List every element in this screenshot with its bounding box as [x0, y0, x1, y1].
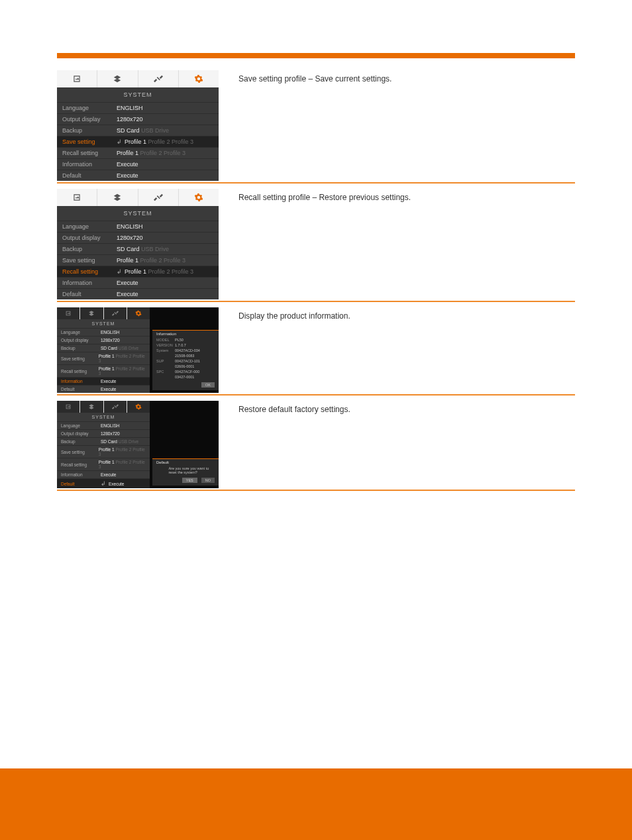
menu-value-option: Profile 3 [170, 138, 194, 145]
menu-row[interactable]: LanguageENGLISH [57, 102, 219, 113]
row-description: Recall setting profile – Restore previou… [219, 189, 575, 299]
menu-tab[interactable] [138, 189, 179, 206]
menu-row[interactable]: Recall setting↲Profile 1 Profile 2 Profi… [57, 266, 219, 277]
layers-tab-icon [113, 74, 122, 83]
menu-tab[interactable] [57, 307, 80, 319]
menu-value-option: Profile 1 [99, 447, 115, 452]
image-tab-icon [72, 74, 81, 83]
menu-row-value: 1280x720 [117, 116, 143, 123]
menu-blocks-list: SYSTEMLanguageENGLISHOutput display1280x… [57, 70, 575, 491]
menu-value-option: Execute [117, 280, 138, 286]
dialog-button[interactable]: YES [182, 478, 197, 483]
menu-row[interactable]: Save settingProfile 1 Profile 2 Profile … [57, 445, 150, 458]
dialog-row: Are you sure you want to reset the syste… [152, 466, 219, 475]
menu-row[interactable]: Save settingProfile 1 Profile 2 Profile … [57, 254, 219, 266]
menu-tab[interactable] [104, 401, 127, 413]
menu-tab[interactable] [127, 401, 150, 413]
menu-row[interactable]: DefaultExecute [57, 288, 219, 299]
menu-tab[interactable] [127, 307, 150, 319]
dialog-row-key [156, 375, 175, 379]
menu-tab[interactable] [97, 70, 138, 87]
menu-tab[interactable] [104, 307, 127, 319]
menu-row-value: Execute [101, 472, 117, 477]
dialog-row: 21508-0083 [152, 353, 219, 358]
menu-row[interactable]: Save setting↲Profile 1 Profile 2 Profile… [57, 136, 219, 147]
live-preview-area: InformationMODELPL50VERSION1.7.0.7System… [150, 307, 219, 393]
menu-row-label: Language [61, 423, 101, 428]
menu-row[interactable]: Recall settingProfile 1 Profile 2 Profil… [57, 364, 150, 377]
menu-row[interactable]: InformationExecute [57, 158, 219, 170]
dialog-row-value: 00427ACD-101 [175, 359, 200, 363]
menu-tab[interactable] [57, 189, 97, 206]
menu-row[interactable]: Default↲Execute [57, 478, 150, 488]
menu-row[interactable]: DefaultExecute [57, 385, 150, 393]
menu-row-label: Default [61, 387, 101, 392]
screenshot-thumb-split: SYSTEMLanguageENGLISHOutput display1280x… [57, 307, 219, 393]
menu-row[interactable]: DefaultExecute [57, 170, 219, 181]
menu-row[interactable]: LanguageENGLISH [57, 421, 150, 429]
menu-row[interactable]: InformationExecute [57, 377, 150, 385]
osd-area: SYSTEMLanguageENGLISHOutput display1280x… [57, 307, 150, 393]
menu-tab[interactable] [138, 70, 179, 87]
menu-row-value: Profile 1 Profile 2 Profile 3 [117, 257, 185, 264]
menu-tab[interactable] [80, 401, 103, 413]
menu-row[interactable]: Output display1280x720 [57, 336, 150, 344]
osd-panel: SYSTEMLanguageENGLISHOutput display1280x… [57, 401, 150, 488]
menu-row-label: Default [62, 291, 117, 297]
dialog-row-key: SPC [156, 370, 175, 374]
menu-row[interactable]: LanguageENGLISH [57, 328, 150, 336]
osd-panel: SYSTEMLanguageENGLISHOutput display1280x… [57, 307, 150, 393]
menu-row-label: Backup [62, 127, 117, 134]
menu-row[interactable]: Recall settingProfile 1 Profile 2 Profil… [57, 458, 150, 470]
menu-row[interactable]: Recall settingProfile 1 Profile 2 Profil… [57, 147, 219, 158]
menu-value-option: Profile 3 [162, 257, 186, 264]
menu-tab[interactable] [57, 70, 97, 87]
menu-row-value: Profile 1 Profile 2 Profile 3 [99, 354, 146, 363]
menu-value-option: Profile 2 [138, 257, 162, 264]
menu-value-option: Execute [117, 291, 138, 297]
menu-row-label: Default [61, 482, 101, 486]
menu-row[interactable]: Save settingProfile 1 Profile 2 Profile … [57, 352, 150, 364]
menu-row[interactable]: Output display1280x720 [57, 113, 219, 125]
menu-value-option: Profile 1 [117, 150, 138, 156]
enter-arrow-icon: ↲ [117, 268, 122, 275]
menu-row[interactable]: Output display1280x720 [57, 429, 150, 437]
menu-row-value: ENGLISH [117, 105, 143, 111]
menu-row[interactable]: BackupSD Card USB Drive [57, 344, 150, 352]
doc-row: SYSTEMLanguageENGLISHOutput display1280x… [57, 401, 575, 491]
menu-row-label: Recall setting [61, 462, 99, 467]
dialog-button[interactable]: OK [201, 382, 215, 388]
menu-row[interactable]: BackupSD Card USB Drive [57, 243, 219, 254]
menu-row[interactable]: LanguageENGLISH [57, 221, 219, 232]
dialog-row-key [156, 364, 175, 368]
dialog-row-value: 02606-0001 [175, 364, 194, 368]
panel-title: SYSTEM [57, 319, 150, 328]
menu-value-option: USB Drive [117, 346, 138, 350]
menu-row[interactable]: InformationExecute [57, 470, 150, 478]
dialog-row: 03427-0001 [152, 374, 219, 380]
menu-row[interactable]: BackupSD Card USB Drive [57, 437, 150, 445]
menu-row-label: Output display [61, 431, 101, 436]
menu-row-label: Backup [61, 439, 101, 444]
menu-row[interactable]: BackupSD Card USB Drive [57, 125, 219, 136]
layers-tab-icon [113, 193, 122, 202]
menu-row[interactable]: Output display1280x720 [57, 232, 219, 243]
dialog-buttons: OK [152, 380, 219, 390]
menu-value-option: 1280x720 [117, 116, 143, 123]
menu-tab[interactable] [80, 307, 103, 319]
menu-row-label: Backup [62, 246, 117, 252]
menu-row[interactable]: InformationExecute [57, 277, 219, 288]
menu-tab[interactable] [179, 189, 219, 206]
menu-tab[interactable] [179, 70, 219, 87]
menu-tab[interactable] [57, 401, 80, 413]
menu-value-option: Profile 2 [146, 268, 170, 275]
dialog-row-value: Are you sure you want to reset the syste… [168, 466, 215, 474]
tools-tab-icon [112, 403, 119, 410]
dialog-button[interactable]: NO [201, 478, 215, 483]
menu-tab[interactable] [97, 189, 138, 206]
menu-value-option: Profile 1 [99, 366, 115, 371]
dialog-title: Information [152, 331, 219, 337]
osd-area: SYSTEMLanguageENGLISHOutput display1280x… [57, 401, 150, 488]
menu-value-option: SD Card [101, 439, 117, 444]
row-description: Save setting profile – Save current sett… [219, 70, 575, 181]
